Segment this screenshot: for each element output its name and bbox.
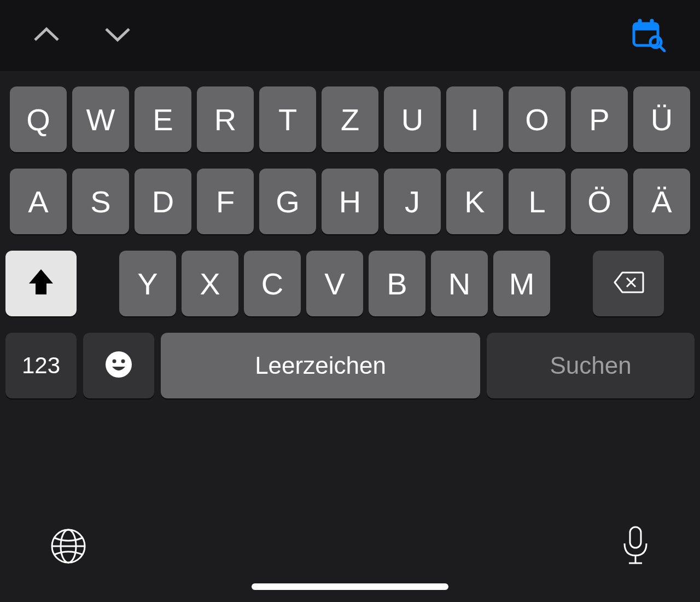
key-b[interactable]: B	[369, 251, 425, 316]
keyboard: Q W E R T Z U I O P Ü A S D F G H J K L …	[0, 71, 700, 602]
key-w[interactable]: W	[72, 86, 129, 152]
keyboard-row-2: A S D F G H J K L Ö Ä	[5, 169, 695, 234]
key-r[interactable]: R	[197, 86, 254, 152]
home-indicator[interactable]	[252, 583, 448, 590]
svg-rect-14	[630, 527, 641, 548]
key-t[interactable]: T	[259, 86, 316, 152]
key-k[interactable]: K	[446, 169, 503, 234]
search-action-key[interactable]: Suchen	[487, 333, 695, 398]
key-o[interactable]: O	[509, 86, 565, 152]
key-oe[interactable]: Ö	[571, 169, 628, 234]
key-ue[interactable]: Ü	[633, 86, 690, 152]
key-j[interactable]: J	[384, 169, 441, 234]
input-accessory-toolbar	[0, 0, 700, 71]
numbers-label: 123	[22, 352, 60, 379]
action-label: Suchen	[550, 352, 631, 379]
key-g[interactable]: G	[259, 169, 316, 234]
key-d[interactable]: D	[135, 169, 191, 234]
globe-icon	[49, 558, 88, 567]
microphone-icon	[620, 560, 651, 569]
calendar-search-button[interactable]	[629, 16, 667, 55]
svg-line-5	[660, 46, 664, 51]
svg-rect-3	[650, 19, 654, 27]
key-z[interactable]: Z	[322, 86, 378, 152]
key-f[interactable]: F	[197, 169, 254, 234]
key-ae[interactable]: Ä	[633, 169, 690, 234]
keyboard-bottom-bar	[0, 493, 700, 602]
keyboard-row-3: Y X C V B N M	[5, 251, 695, 316]
key-s[interactable]: S	[72, 169, 129, 234]
key-m[interactable]: M	[493, 251, 550, 316]
svg-point-8	[106, 351, 132, 378]
key-e[interactable]: E	[135, 86, 191, 152]
key-h[interactable]: H	[322, 169, 378, 234]
space-key[interactable]: Leerzeichen	[161, 333, 480, 398]
chevron-down-icon	[104, 26, 131, 45]
chevron-up-icon	[33, 26, 60, 45]
svg-point-10	[121, 360, 125, 363]
previous-button[interactable]	[33, 22, 60, 49]
globe-button[interactable]	[49, 527, 88, 568]
key-l[interactable]: L	[509, 169, 565, 234]
shift-key[interactable]	[5, 251, 77, 316]
dictation-button[interactable]	[620, 525, 651, 570]
next-button[interactable]	[104, 22, 131, 49]
key-v[interactable]: V	[306, 251, 363, 316]
svg-rect-2	[638, 19, 641, 27]
key-n[interactable]: N	[431, 251, 488, 316]
key-x[interactable]: X	[182, 251, 238, 316]
key-a[interactable]: A	[10, 169, 67, 234]
delete-icon	[612, 270, 644, 297]
key-i[interactable]: I	[446, 86, 503, 152]
numbers-key[interactable]: 123	[5, 333, 77, 398]
svg-point-9	[113, 360, 116, 363]
shift-icon	[28, 268, 54, 299]
key-y[interactable]: Y	[119, 251, 176, 316]
keyboard-row-1: Q W E R T Z U I O P Ü	[5, 86, 695, 152]
svg-rect-1	[634, 24, 658, 30]
emoji-icon	[104, 350, 133, 381]
key-u[interactable]: U	[384, 86, 441, 152]
calendar-search-icon	[631, 17, 666, 54]
emoji-key[interactable]	[83, 333, 154, 398]
keyboard-row-4: 123 Leerzeichen Suchen	[5, 333, 695, 398]
key-p[interactable]: P	[571, 86, 628, 152]
space-label: Leerzeichen	[255, 352, 386, 379]
backspace-key[interactable]	[593, 251, 664, 316]
key-c[interactable]: C	[244, 251, 301, 316]
key-q[interactable]: Q	[10, 86, 67, 152]
